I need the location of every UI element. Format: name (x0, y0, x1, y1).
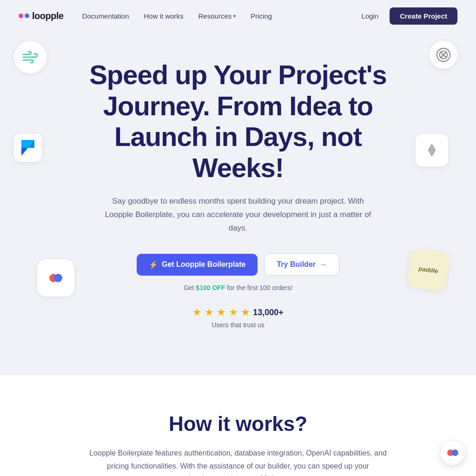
hero-buttons: ⚡ Get Loopple Boilerplate Try Builder → (19, 253, 457, 276)
nav-how-it-works[interactable]: How it works (144, 12, 184, 20)
nav-documentation[interactable]: Documentation (82, 12, 129, 20)
arrow-right-icon: → (319, 260, 327, 269)
promo-text: Get $100 OFF for the first 100 orders! (19, 284, 457, 291)
paddle-icon-float: paddle (406, 247, 450, 292)
navbar: loopple Documentation How it works Resou… (0, 0, 476, 32)
netlify-icon-float (416, 134, 448, 166)
nav-links: Documentation How it works Resources ▾ P… (82, 12, 362, 20)
logo-dot-pink (19, 13, 23, 18)
star-2: ★ (205, 306, 214, 318)
chat-widget-button[interactable] (441, 441, 465, 465)
how-it-works-title: How it works? (19, 412, 457, 436)
framer-icon-float (14, 134, 42, 162)
promo-amount: $100 OFF (196, 284, 225, 291)
logo-link[interactable]: loopple (19, 11, 64, 21)
star-1: ★ (192, 306, 202, 318)
logo-dot-blue (25, 13, 29, 18)
hero-section: paddle Speed up Your Project's Journey. … (0, 32, 476, 347)
create-project-button[interactable]: Create Project (390, 7, 457, 25)
lightning-icon: ⚡ (149, 260, 158, 269)
svg-point-3 (54, 274, 62, 282)
login-link[interactable]: Login (362, 12, 379, 20)
craft-icon-float (37, 259, 74, 297)
chevron-down-icon: ▾ (233, 13, 236, 19)
try-builder-button[interactable]: Try Builder → (264, 253, 339, 276)
openai-icon-float (430, 41, 457, 69)
user-count: 13,000+ (253, 308, 284, 317)
star-5: ★ (241, 306, 250, 318)
nav-resources[interactable]: Resources ▾ (198, 12, 236, 20)
nav-pricing[interactable]: Pricing (251, 12, 272, 20)
star-4: ★ (229, 306, 238, 318)
hero-title: Speed up Your Project's Journey. From Id… (80, 60, 396, 184)
wind-icon-float (14, 41, 46, 73)
stars-row: ★ ★ ★ ★ ★ 13,000+ (19, 306, 457, 318)
chat-dot-blue (452, 450, 458, 456)
logo-icon (19, 13, 29, 18)
how-it-works-section: How it works? Loopple Boilerplate featur… (0, 375, 476, 476)
hero-subtitle: Say goodbye to endless months spent buil… (103, 195, 373, 235)
how-it-works-subtitle: Loopple Boilerplate features authenticat… (89, 447, 387, 476)
nav-right: Login Create Project (362, 7, 457, 25)
logo-text: loopple (32, 11, 64, 21)
trust-text: Users that trust us (19, 321, 457, 329)
star-3: ★ (217, 306, 226, 318)
get-boilerplate-button[interactable]: ⚡ Get Loopple Boilerplate (137, 254, 258, 276)
